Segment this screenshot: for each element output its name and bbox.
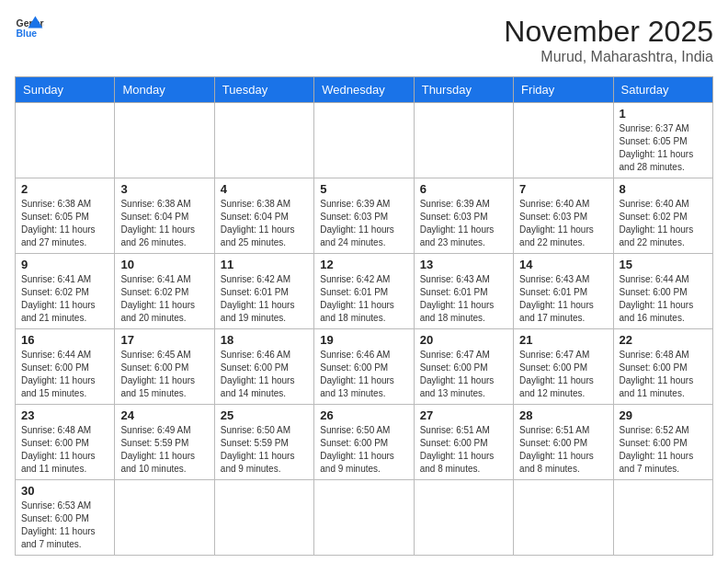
table-row: 24Sunrise: 6:49 AM Sunset: 5:59 PM Dayli… xyxy=(115,405,214,480)
header-saturday: Saturday xyxy=(613,77,712,103)
table-row: 17Sunrise: 6:45 AM Sunset: 6:00 PM Dayli… xyxy=(115,329,214,405)
day-info: Sunrise: 6:51 AM Sunset: 6:00 PM Dayligh… xyxy=(420,424,507,476)
table-row: 9Sunrise: 6:41 AM Sunset: 6:02 PM Daylig… xyxy=(16,254,115,329)
day-number: 30 xyxy=(21,484,108,498)
table-row xyxy=(514,103,613,178)
table-row: 8Sunrise: 6:40 AM Sunset: 6:02 PM Daylig… xyxy=(613,178,712,254)
day-info: Sunrise: 6:47 AM Sunset: 6:00 PM Dayligh… xyxy=(519,349,607,400)
table-row: 22Sunrise: 6:48 AM Sunset: 6:00 PM Dayli… xyxy=(613,329,712,405)
day-number: 27 xyxy=(420,408,507,422)
table-row: 14Sunrise: 6:43 AM Sunset: 6:01 PM Dayli… xyxy=(514,254,613,329)
day-number: 9 xyxy=(21,258,108,271)
day-info: Sunrise: 6:46 AM Sunset: 6:00 PM Dayligh… xyxy=(320,349,407,400)
day-number: 21 xyxy=(519,333,607,347)
day-info: Sunrise: 6:39 AM Sunset: 6:03 PM Dayligh… xyxy=(320,198,407,249)
table-row: 28Sunrise: 6:51 AM Sunset: 6:00 PM Dayli… xyxy=(514,405,613,480)
day-info: Sunrise: 6:44 AM Sunset: 6:00 PM Dayligh… xyxy=(21,349,108,400)
day-number: 10 xyxy=(120,258,208,271)
day-info: Sunrise: 6:51 AM Sunset: 6:00 PM Dayligh… xyxy=(519,424,607,476)
header-monday: Monday xyxy=(115,77,214,103)
day-number: 8 xyxy=(620,182,707,196)
day-info: Sunrise: 6:46 AM Sunset: 6:00 PM Dayligh… xyxy=(221,349,308,400)
table-row: 2Sunrise: 6:38 AM Sunset: 6:05 PM Daylig… xyxy=(16,178,115,254)
header-tuesday: Tuesday xyxy=(214,77,313,103)
day-number: 14 xyxy=(519,258,607,271)
table-row: 23Sunrise: 6:48 AM Sunset: 6:00 PM Dayli… xyxy=(16,405,115,480)
table-row xyxy=(214,480,313,556)
table-row xyxy=(514,480,613,556)
table-row: 26Sunrise: 6:50 AM Sunset: 6:00 PM Dayli… xyxy=(314,405,414,480)
table-row: 5Sunrise: 6:39 AM Sunset: 6:03 PM Daylig… xyxy=(314,178,414,254)
calendar-table: Sunday Monday Tuesday Wednesday Thursday… xyxy=(15,76,713,556)
table-row: 1Sunrise: 6:37 AM Sunset: 6:05 PM Daylig… xyxy=(613,103,712,178)
svg-text:Blue: Blue xyxy=(17,29,38,39)
day-info: Sunrise: 6:50 AM Sunset: 5:59 PM Dayligh… xyxy=(221,424,308,476)
day-number: 17 xyxy=(120,333,208,347)
day-info: Sunrise: 6:48 AM Sunset: 6:00 PM Dayligh… xyxy=(21,424,108,476)
table-row: 20Sunrise: 6:47 AM Sunset: 6:00 PM Dayli… xyxy=(414,329,513,405)
day-info: Sunrise: 6:50 AM Sunset: 6:00 PM Dayligh… xyxy=(320,424,407,476)
day-info: Sunrise: 6:39 AM Sunset: 6:03 PM Dayligh… xyxy=(420,198,507,249)
title-block: November 2025 Murud, Maharashtra, India xyxy=(504,15,713,65)
header-sunday: Sunday xyxy=(16,77,115,103)
table-row: 19Sunrise: 6:46 AM Sunset: 6:00 PM Dayli… xyxy=(314,329,414,405)
table-row: 12Sunrise: 6:42 AM Sunset: 6:01 PM Dayli… xyxy=(314,254,414,329)
day-number: 12 xyxy=(320,258,407,271)
table-row xyxy=(314,103,414,178)
header-thursday: Thursday xyxy=(414,77,513,103)
day-number: 15 xyxy=(620,258,707,271)
table-row: 3Sunrise: 6:38 AM Sunset: 6:04 PM Daylig… xyxy=(115,178,214,254)
table-row: 13Sunrise: 6:43 AM Sunset: 6:01 PM Dayli… xyxy=(414,254,513,329)
calendar-subtitle: Murud, Maharashtra, India xyxy=(504,49,713,65)
day-number: 11 xyxy=(221,258,308,271)
table-row: 4Sunrise: 6:38 AM Sunset: 6:04 PM Daylig… xyxy=(214,178,313,254)
table-row: 25Sunrise: 6:50 AM Sunset: 5:59 PM Dayli… xyxy=(214,405,313,480)
table-row: 16Sunrise: 6:44 AM Sunset: 6:00 PM Dayli… xyxy=(16,329,115,405)
day-number: 2 xyxy=(21,182,108,196)
calendar-title: November 2025 xyxy=(504,15,713,49)
table-row: 7Sunrise: 6:40 AM Sunset: 6:03 PM Daylig… xyxy=(514,178,613,254)
day-number: 25 xyxy=(221,408,308,422)
day-number: 5 xyxy=(320,182,407,196)
day-info: Sunrise: 6:40 AM Sunset: 6:03 PM Dayligh… xyxy=(519,198,607,249)
day-info: Sunrise: 6:38 AM Sunset: 6:04 PM Dayligh… xyxy=(221,198,308,249)
day-info: Sunrise: 6:40 AM Sunset: 6:02 PM Dayligh… xyxy=(620,198,707,249)
table-row xyxy=(16,103,115,178)
day-number: 1 xyxy=(620,107,707,121)
table-row xyxy=(115,103,214,178)
day-info: Sunrise: 6:43 AM Sunset: 6:01 PM Dayligh… xyxy=(519,273,607,325)
day-number: 6 xyxy=(420,182,507,196)
page-header: General Blue November 2025 Murud, Mahara… xyxy=(15,15,713,65)
table-row: 21Sunrise: 6:47 AM Sunset: 6:00 PM Dayli… xyxy=(514,329,613,405)
day-info: Sunrise: 6:38 AM Sunset: 6:05 PM Dayligh… xyxy=(21,198,108,249)
day-info: Sunrise: 6:52 AM Sunset: 6:00 PM Dayligh… xyxy=(620,424,707,476)
table-row: 15Sunrise: 6:44 AM Sunset: 6:00 PM Dayli… xyxy=(613,254,712,329)
day-info: Sunrise: 6:41 AM Sunset: 6:02 PM Dayligh… xyxy=(120,273,208,325)
day-number: 23 xyxy=(21,408,108,422)
day-info: Sunrise: 6:43 AM Sunset: 6:01 PM Dayligh… xyxy=(420,273,507,325)
table-row: 11Sunrise: 6:42 AM Sunset: 6:01 PM Dayli… xyxy=(214,254,313,329)
day-number: 26 xyxy=(320,408,407,422)
day-number: 28 xyxy=(519,408,607,422)
table-row xyxy=(115,480,214,556)
table-row: 30Sunrise: 6:53 AM Sunset: 6:00 PM Dayli… xyxy=(16,480,115,556)
day-info: Sunrise: 6:49 AM Sunset: 5:59 PM Dayligh… xyxy=(120,424,208,476)
day-number: 22 xyxy=(620,333,707,347)
day-info: Sunrise: 6:44 AM Sunset: 6:00 PM Dayligh… xyxy=(620,273,707,325)
table-row xyxy=(414,103,513,178)
day-number: 18 xyxy=(221,333,308,347)
day-info: Sunrise: 6:47 AM Sunset: 6:00 PM Dayligh… xyxy=(420,349,507,400)
day-info: Sunrise: 6:37 AM Sunset: 6:05 PM Dayligh… xyxy=(620,122,707,174)
day-info: Sunrise: 6:41 AM Sunset: 6:02 PM Dayligh… xyxy=(21,273,108,325)
day-info: Sunrise: 6:38 AM Sunset: 6:04 PM Dayligh… xyxy=(120,198,208,249)
table-row xyxy=(414,480,513,556)
day-number: 20 xyxy=(420,333,507,347)
table-row xyxy=(314,480,414,556)
table-row xyxy=(613,480,712,556)
day-number: 29 xyxy=(620,408,707,422)
day-number: 16 xyxy=(21,333,108,347)
day-number: 7 xyxy=(519,182,607,196)
header-friday: Friday xyxy=(514,77,613,103)
table-row: 6Sunrise: 6:39 AM Sunset: 6:03 PM Daylig… xyxy=(414,178,513,254)
day-number: 3 xyxy=(120,182,208,196)
